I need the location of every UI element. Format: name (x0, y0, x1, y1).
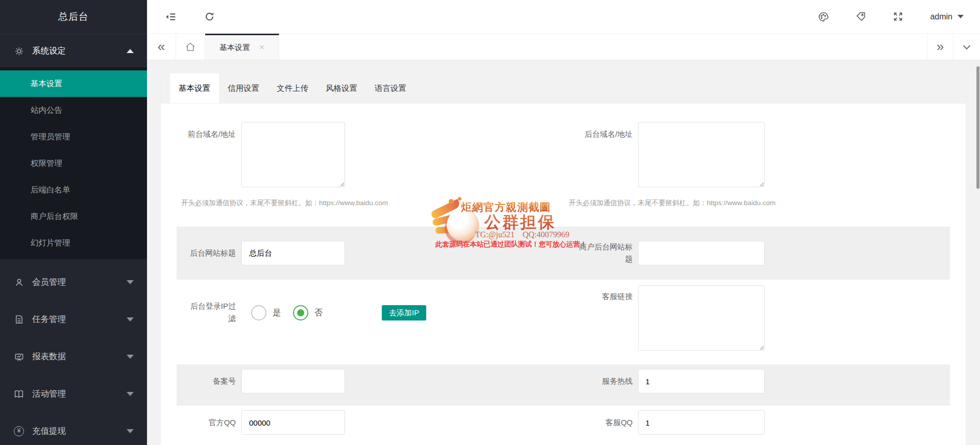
front-domain-textarea[interactable] (241, 122, 345, 187)
user-icon (13, 278, 24, 287)
sidebar-item-member-management[interactable]: 会员管理 (0, 270, 147, 294)
field-label: 服务热线 (564, 369, 633, 393)
user-menu[interactable]: admin (930, 12, 964, 21)
field-label: 后台登录IP过滤 (177, 300, 236, 325)
radio-label: 是 (273, 308, 281, 318)
field-label: 商户后台网站标题 (564, 241, 633, 265)
field-helper-text: 开头必须加通信协议，末尾不要留斜杠。如：https://www.baidu.co… (569, 199, 776, 208)
route-tab-basic-settings[interactable]: 基本设置 × (205, 34, 279, 60)
fullscreen-icon[interactable] (893, 11, 903, 22)
form-row: 后台网站标题 商户后台网站标题 (177, 227, 950, 280)
sidebar-item-basic-settings[interactable]: 基本设置 (0, 70, 147, 97)
chevron-down-icon (127, 355, 134, 359)
tab-credit-settings[interactable]: 信用设置 (219, 73, 268, 103)
tag-icon[interactable] (855, 11, 866, 22)
sidebar-item-label: 报表数据 (32, 351, 66, 362)
tab-options-button[interactable] (953, 34, 980, 60)
merchant-site-title-input[interactable] (638, 241, 765, 265)
chevron-down-icon (958, 15, 964, 18)
field-helper-text: 开头必须加通信协议，末尾不要留斜杠。如：https://www.baidu.co… (181, 199, 388, 208)
yuan-icon: ¥ (13, 426, 24, 436)
add-ip-button[interactable]: 去添加IP (382, 305, 426, 320)
sidebar-item-slideshow-management[interactable]: 幻灯片管理 (0, 230, 147, 256)
sidebar-item-label: 充值提现 (32, 426, 66, 437)
sidebar-item-merchant-admin-permission[interactable]: 商户后台权限 (0, 203, 147, 230)
admin-domain-textarea[interactable] (638, 122, 765, 187)
field-label: 客服链接 (564, 280, 633, 303)
sidebar-item-label: 活动管理 (32, 388, 66, 400)
gear-icon (13, 46, 24, 56)
tab-basic-settings[interactable]: 基本设置 (170, 73, 219, 103)
main-area: admin « 基本设置 × » (147, 0, 980, 445)
refresh-icon[interactable] (204, 11, 215, 22)
sidebar-item-label: 任务管理 (32, 314, 66, 325)
sidebar-item-label: 系统设定 (32, 45, 66, 57)
official-qq-input[interactable] (241, 410, 345, 435)
chart-board-icon (13, 352, 24, 362)
radio-label: 否 (314, 308, 323, 318)
field-label: 客服QQ (564, 410, 633, 435)
radio-circle-icon (293, 305, 308, 320)
service-qq-input[interactable] (638, 410, 765, 435)
field-label: 后台域名/地址 (564, 122, 633, 187)
username-label: admin (930, 12, 952, 21)
sidebar-submenu: 基本设置 站内公告 管理员管理 权限管理 后端白名单 商户后台权限 幻灯片管理 (0, 67, 147, 259)
sidebar-item-recharge-withdraw[interactable]: ¥ 充值提现 (0, 419, 147, 443)
sidebar-item-permission-management[interactable]: 权限管理 (0, 150, 147, 177)
form-row: 备案号 服务热线 (177, 364, 950, 406)
field-label: 后台网站标题 (177, 241, 236, 265)
top-header: admin (147, 0, 980, 34)
service-hotline-input[interactable] (638, 369, 765, 393)
chevron-down-icon (127, 317, 134, 322)
vertical-scrollbar[interactable] (976, 66, 979, 189)
sidebar: 总后台 系统设定 基本设置 站内公告 管理员管理 权限管理 后端白名单 商户后台… (0, 0, 147, 445)
sidebar-item-system-settings[interactable]: 系统设定 (0, 39, 147, 63)
sidebar-item-report-data[interactable]: 报表数据 (0, 344, 147, 369)
sidebar-item-site-announcement[interactable]: 站内公告 (0, 97, 147, 123)
service-link-textarea[interactable] (638, 285, 765, 351)
home-tab-button[interactable] (176, 34, 205, 60)
chevron-up-icon (127, 49, 134, 53)
app-root: 总后台 系统设定 基本设置 站内公告 管理员管理 权限管理 后端白名单 商户后台… (0, 0, 980, 445)
ip-filter-radio-yes[interactable]: 是 (251, 305, 281, 320)
tab-style-settings[interactable]: 风格设置 (317, 73, 366, 103)
tab-file-upload[interactable]: 文件上传 (268, 73, 317, 103)
form-row: 前台域名/地址 开头必须加通信协议，末尾不要留斜杠。如：https://www.… (177, 104, 950, 227)
app-title: 总后台 (0, 0, 147, 34)
settings-tab-strip: 基本设置 信用设置 文件上传 风格设置 语言设置 (161, 73, 966, 104)
form-row: 后台登录IP过滤 是 否 去 (177, 280, 950, 364)
sidebar-item-label: 会员管理 (32, 277, 66, 288)
chevron-down-icon (127, 280, 134, 284)
tabs-scroll-right-button[interactable]: » (927, 34, 953, 60)
tabs-scroll-left-button[interactable]: « (147, 34, 176, 60)
close-tab-icon[interactable]: × (259, 42, 264, 53)
route-tabbar: « 基本设置 × » (147, 34, 980, 60)
admin-site-title-input[interactable] (241, 241, 345, 265)
collapse-sidebar-icon[interactable] (165, 11, 177, 22)
chevron-down-icon (127, 392, 134, 396)
page-content: 基本设置 信用设置 文件上传 风格设置 语言设置 前台域名/地址 (147, 60, 980, 445)
settings-form: 前台域名/地址 开头必须加通信协议，末尾不要留斜杠。如：https://www.… (161, 104, 966, 445)
tab-language-settings[interactable]: 语言设置 (366, 73, 415, 103)
field-label: 官方QQ (177, 410, 236, 435)
chevron-down-icon (127, 429, 134, 433)
book-icon (13, 389, 24, 399)
sidebar-item-backend-whitelist[interactable]: 后端白名单 (0, 177, 147, 203)
sidebar-item-activity-management[interactable]: 活动管理 (0, 382, 147, 406)
palette-icon[interactable] (818, 11, 829, 22)
form-row: 官方QQ 客服QQ (177, 406, 950, 445)
ip-filter-radio-no[interactable]: 否 (293, 305, 323, 320)
settings-card: 基本设置 信用设置 文件上传 风格设置 语言设置 前台域名/地址 (161, 73, 966, 445)
route-tab-label: 基本设置 (219, 43, 250, 53)
radio-circle-icon (251, 305, 266, 320)
field-label: 备案号 (177, 369, 236, 393)
icp-number-input[interactable] (241, 369, 345, 393)
field-label: 前台域名/地址 (177, 122, 236, 187)
sidebar-item-admin-management[interactable]: 管理员管理 (0, 123, 147, 150)
document-icon (13, 315, 24, 324)
sidebar-item-task-management[interactable]: 任务管理 (0, 307, 147, 332)
